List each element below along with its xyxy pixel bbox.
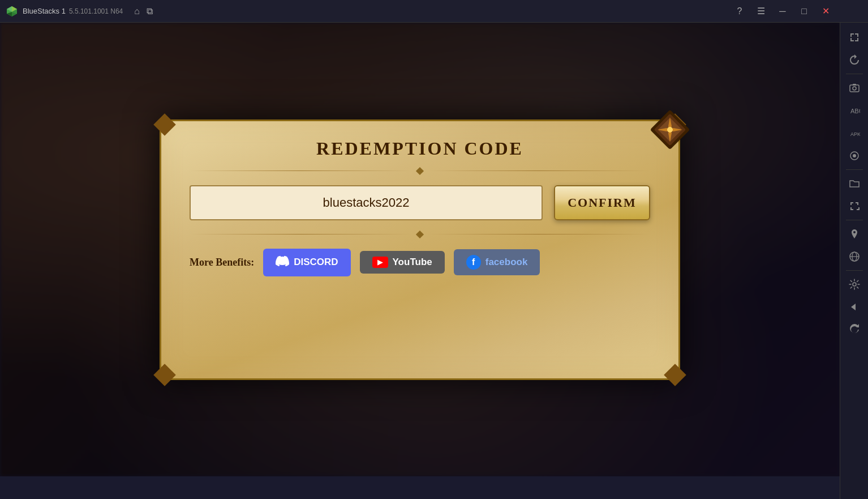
home-icon[interactable]: ⌂ xyxy=(134,6,140,16)
svg-point-15 xyxy=(667,127,673,133)
redemption-dialog: REDEMPTION CODE CONFIRM xyxy=(160,120,680,380)
discord-icon xyxy=(276,254,289,271)
resize-button[interactable] xyxy=(844,196,865,216)
window-controls: ? ☰ ─ □ ✕ xyxy=(731,3,834,20)
location-button[interactable] xyxy=(844,224,865,244)
divider-line-left2 xyxy=(190,234,412,234)
discord-label: DISCORD xyxy=(294,257,338,268)
confirm-button[interactable]: CONFIRM xyxy=(554,185,650,220)
corner-decoration-bl xyxy=(153,364,176,386)
sidebar-divider-3 xyxy=(846,220,863,220)
redemption-code-input[interactable] xyxy=(190,185,543,220)
corner-decoration-tl xyxy=(153,113,176,136)
input-row: CONFIRM xyxy=(190,185,650,220)
tabs-icon[interactable]: ⧉ xyxy=(147,6,153,16)
screenshot-button[interactable] xyxy=(844,78,865,98)
back-button[interactable] xyxy=(844,297,865,317)
expand-sidebar-button[interactable] xyxy=(844,27,865,48)
svg-text:ABC: ABC xyxy=(850,108,860,114)
sidebar-divider-4 xyxy=(846,270,863,271)
globe-button[interactable] xyxy=(844,246,865,267)
corner-decoration-br xyxy=(664,364,686,386)
svg-point-17 xyxy=(853,87,856,90)
svg-point-26 xyxy=(853,283,856,286)
svg-point-22 xyxy=(853,154,856,157)
rotate-button[interactable] xyxy=(844,50,865,70)
benefits-label: More Benefits: xyxy=(190,257,254,268)
svg-rect-16 xyxy=(850,85,859,92)
divider-line-right2 xyxy=(427,234,650,234)
maximize-button[interactable]: □ xyxy=(796,3,813,20)
close-button[interactable]: ✕ xyxy=(817,3,834,20)
refresh-button[interactable] xyxy=(844,319,865,340)
discord-button[interactable]: DISCORD xyxy=(263,249,350,276)
folder-button[interactable] xyxy=(844,173,865,194)
abc-button[interactable]: ABC xyxy=(844,100,865,121)
main-content-area: REDEMPTION CODE CONFIRM xyxy=(0,23,840,476)
divider-diamond-top xyxy=(416,167,424,174)
divider-line-right xyxy=(427,170,650,171)
facebook-label: facebook xyxy=(485,257,528,268)
youtube-label: YouTube xyxy=(393,257,432,268)
svg-rect-18 xyxy=(853,84,856,86)
facebook-icon: f xyxy=(466,255,481,270)
minimize-button[interactable]: ─ xyxy=(774,3,791,20)
ornament-top-right xyxy=(642,101,698,158)
facebook-button[interactable]: f facebook xyxy=(454,249,540,275)
menu-button[interactable]: ☰ xyxy=(753,3,770,20)
svg-text:APK: APK xyxy=(850,131,860,137)
bottom-divider xyxy=(190,232,650,237)
sidebar-divider-1 xyxy=(846,74,863,74)
help-button[interactable]: ? xyxy=(731,3,748,20)
title-nav-icons: ⌂ ⧉ xyxy=(134,6,153,16)
dialog-title: REDEMPTION CODE xyxy=(190,138,650,159)
youtube-button[interactable]: ▶ YouTube xyxy=(360,251,445,274)
title-bar: BlueStacks 1 5.5.101.1001 N64 ⌂ ⧉ ? ☰ ─ … xyxy=(0,0,868,23)
youtube-icon: ▶ xyxy=(372,257,388,268)
benefits-section: More Benefits: DISCORD xyxy=(190,249,650,276)
app-title: BlueStacks 1 xyxy=(23,7,66,15)
record-button[interactable] xyxy=(844,146,865,166)
app-version: 5.5.101.1001 N64 xyxy=(69,7,123,15)
benefits-row: More Benefits: DISCORD xyxy=(190,249,650,276)
right-sidebar: ABC APK xyxy=(840,23,868,499)
app-logo xyxy=(6,5,18,18)
sidebar-divider-2 xyxy=(846,169,863,170)
top-divider xyxy=(190,168,650,174)
dialog-backdrop: REDEMPTION CODE CONFIRM xyxy=(0,23,840,476)
settings-button[interactable] xyxy=(844,274,865,295)
apk-button[interactable]: APK xyxy=(844,123,865,143)
divider-diamond-bottom xyxy=(416,230,424,238)
divider-line-left xyxy=(190,170,412,171)
